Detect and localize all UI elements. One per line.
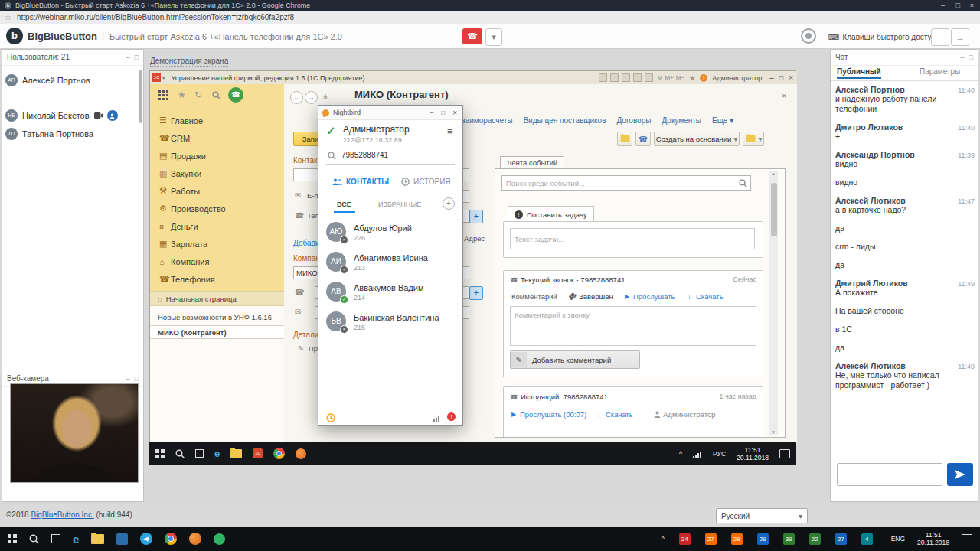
hangup-button[interactable]: ☎ xyxy=(462,28,482,44)
calculator-icon[interactable] xyxy=(633,73,642,82)
call-comment-textarea[interactable] xyxy=(510,306,756,346)
nightbird-maximize-button[interactable]: □ xyxy=(441,109,445,116)
download-link[interactable]: Скачать xyxy=(606,410,633,419)
subtab-all[interactable]: ВСЕ xyxy=(337,201,351,208)
form-close-button[interactable]: × xyxy=(782,91,786,100)
edge-icon[interactable]: e xyxy=(214,448,220,459)
back-button[interactable]: ← xyxy=(290,91,303,104)
chrome-icon[interactable] xyxy=(273,448,285,459)
explorer-icon[interactable] xyxy=(230,449,242,458)
memory-key[interactable]: М xyxy=(658,74,663,81)
notification-center-icon[interactable] xyxy=(962,534,972,543)
download-link[interactable]: Скачать xyxy=(696,292,724,301)
history-icon[interactable]: ↻ xyxy=(194,90,202,100)
sidebar-item-main[interactable]: ☰Главное xyxy=(150,112,284,129)
reports-dropdown-button[interactable]: ▾ xyxy=(743,132,764,146)
sidebar-item-telephony[interactable]: ☎Телефония xyxy=(150,270,284,288)
sidebar-item-company[interactable]: ⌂Компания xyxy=(150,253,284,270)
find-icon[interactable] xyxy=(622,73,630,82)
clock[interactable]: 11:5120.11.2018 xyxy=(737,446,769,461)
tray-monitor-chip[interactable]: 22 xyxy=(809,533,821,545)
layout-grid-button[interactable] xyxy=(931,28,949,46)
nightbird-close-button[interactable]: × xyxy=(452,109,457,117)
favorites-icon[interactable]: ★ xyxy=(689,74,695,82)
download-icon[interactable]: ↓ xyxy=(688,292,691,301)
save-icon[interactable] xyxy=(610,73,619,82)
home-page-link[interactable]: ⌂ Начальная страница xyxy=(150,291,284,306)
open-window-link[interactable]: Новые возможности в УНФ 1.6.16 xyxy=(150,310,284,324)
explorer-icon[interactable] xyxy=(91,534,104,544)
window-maximize-button[interactable]: □ xyxy=(956,0,960,11)
create-based-on-button[interactable]: Создать на основании▾ xyxy=(654,132,740,146)
add-phone-button[interactable]: + xyxy=(469,210,483,223)
taskbar-search-icon[interactable] xyxy=(29,534,39,544)
sidebar-item-purchases[interactable]: ▥Закупки xyxy=(150,165,284,182)
info-icon[interactable]: ! xyxy=(700,74,707,82)
download-icon[interactable]: ↓ xyxy=(597,410,601,419)
menu-hamburger-icon[interactable]: ≡ xyxy=(447,126,453,137)
user-row[interactable]: НБ Николай Бекетов xyxy=(5,108,140,123)
tray-monitor-chip[interactable]: 27 xyxy=(705,533,717,545)
language-indicator[interactable]: РУС xyxy=(713,450,726,458)
browser-icon[interactable] xyxy=(296,448,306,459)
tray-monitor-chip[interactable]: 29 xyxy=(757,533,769,545)
call-button[interactable]: ☎ xyxy=(635,132,651,146)
tab-settlements[interactable]: Взаиморасчеты xyxy=(456,116,512,125)
event-feed-tab[interactable]: Лента событий xyxy=(500,156,564,169)
bookmark-star-icon[interactable]: ☆ xyxy=(5,11,11,24)
sidebar-item-works[interactable]: ⚒Работы xyxy=(150,182,284,200)
tray-monitor-chip[interactable]: 4 xyxy=(861,533,873,545)
sidebar-item-salary[interactable]: ▦Зарплата xyxy=(150,235,284,253)
dial-search-input[interactable]: 79852888741 xyxy=(341,151,388,159)
tab-more[interactable]: Еще ▾ xyxy=(712,116,733,125)
taskbar-search-icon[interactable] xyxy=(175,449,185,458)
memory-key[interactable]: М− xyxy=(676,74,684,81)
tray-monitor-chip[interactable]: 24 xyxy=(679,533,691,545)
tab-contacts[interactable]: КОНТАКТЫ xyxy=(332,178,389,186)
print-icon[interactable] xyxy=(599,73,607,82)
listen-link[interactable]: Прослушать xyxy=(633,292,675,301)
tray-monitor-chip[interactable]: 28 xyxy=(731,533,743,545)
sidebar-item-sales[interactable]: ▤Продажи xyxy=(150,147,284,165)
edge-icon[interactable]: e xyxy=(73,533,79,546)
sidebar-item-money[interactable]: ¤Деньги xyxy=(150,217,284,235)
search-icon[interactable] xyxy=(739,179,747,187)
address-bar[interactable]: ☆ https://webinar.miko.ru/client/BigBlue… xyxy=(0,11,980,25)
calendar-icon[interactable] xyxy=(645,73,653,82)
onec-minimize-button[interactable]: – xyxy=(769,73,774,82)
play-icon[interactable]: ▶ xyxy=(511,411,516,418)
apps-grid-icon[interactable] xyxy=(158,90,168,100)
favorite-star-icon[interactable]: ★ xyxy=(322,92,329,102)
send-message-button[interactable] xyxy=(947,463,973,486)
tray-expand-icon[interactable]: ^ xyxy=(679,450,682,458)
add-comment-button[interactable]: ✎ Добавить комментарий xyxy=(510,350,640,369)
panel-minimize-icon[interactable]: – xyxy=(126,375,130,383)
favorites-star-icon[interactable]: ★ xyxy=(178,90,186,100)
task-view-icon[interactable] xyxy=(51,534,60,543)
panel-popout-icon[interactable]: □ xyxy=(135,375,139,383)
nightbird-minimize-button[interactable]: – xyxy=(430,109,433,116)
panel-popout-icon[interactable]: □ xyxy=(969,54,973,61)
window-close-button[interactable]: × xyxy=(970,0,974,11)
feed-search-input[interactable] xyxy=(501,175,751,191)
chevron-down-icon[interactable]: ▾ xyxy=(162,75,165,81)
clock[interactable]: 11:5120.11.2018 xyxy=(917,531,949,546)
window-minimize-button[interactable]: – xyxy=(941,0,945,11)
panel-popout-icon[interactable]: □ xyxy=(135,54,139,61)
tab-history[interactable]: ИСТОРИЯ xyxy=(401,178,451,186)
tray-monitor-chip[interactable]: 27 xyxy=(835,533,847,545)
nightbird-titlebar[interactable]: Nightbird – □ × xyxy=(318,106,462,120)
onec-taskbar-icon[interactable]: 1С xyxy=(253,448,263,458)
company-link[interactable]: BigBlueButton Inc. xyxy=(31,510,93,519)
telegram-icon[interactable] xyxy=(140,533,152,545)
chat-message-input[interactable] xyxy=(837,463,942,486)
task-view-icon[interactable] xyxy=(195,449,204,458)
listen-link[interactable]: Прослушать (00:07) xyxy=(520,410,586,419)
audio-settings-button[interactable]: ▾ xyxy=(485,28,502,46)
language-indicator[interactable]: ENG xyxy=(891,535,905,543)
play-icon[interactable]: ▶ xyxy=(625,293,629,300)
search-icon[interactable] xyxy=(212,91,220,99)
tab-public-chat[interactable]: Публичный xyxy=(837,67,881,79)
subtab-favorites[interactable]: ИЗБРАННЫЕ xyxy=(378,201,421,208)
fullscreen-button[interactable]: → xyxy=(951,28,969,46)
